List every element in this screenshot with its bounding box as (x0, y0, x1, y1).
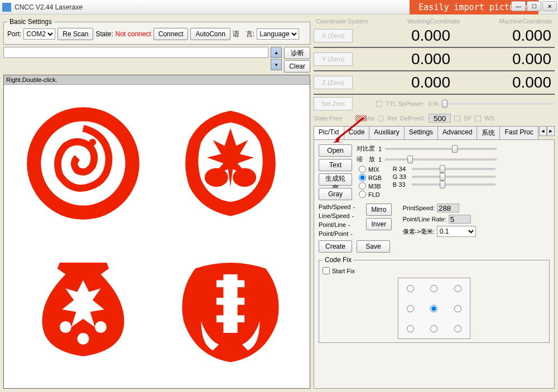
artwork-fish (172, 251, 289, 368)
z-zero-button[interactable]: Z (Zero) (314, 76, 353, 89)
app-icon (2, 3, 11, 12)
tab-code[interactable]: Code (344, 126, 370, 139)
invert-button[interactable]: Inver (366, 218, 391, 230)
rel-label: Rel (387, 115, 397, 122)
m3b-radio[interactable] (359, 182, 366, 190)
autoconn-button[interactable]: AutoConn (190, 28, 230, 40)
text-button[interactable]: Text (319, 159, 352, 171)
contrast-value: 1 (378, 146, 382, 152)
tab-auxiliary[interactable]: Auxiliary (369, 126, 404, 139)
start-fix-checkbox[interactable] (323, 267, 330, 274)
tab-scroll-right[interactable]: ► (547, 126, 555, 136)
ttl-checkbox[interactable] (376, 101, 382, 107)
basic-settings-legend: Basic Settings (7, 18, 54, 26)
ttl-label: TTL SpPower: (386, 100, 425, 107)
up-arrow-button[interactable]: ▲ (271, 47, 282, 58)
coord-sys-label: Coordinate System (316, 18, 368, 25)
tab-advanced[interactable]: Advanced (437, 126, 477, 139)
y-zero-button[interactable]: Y (Zero) (314, 52, 353, 66)
set-zero-button[interactable]: Set Zero (314, 97, 353, 110)
x-zero-button[interactable]: X (Zero) (314, 29, 353, 42)
language-select[interactable]: Language (257, 28, 299, 40)
tab-fast-proc[interactable]: Fast Proc (499, 126, 538, 139)
print-speed-input[interactable] (437, 204, 459, 212)
outline-button[interactable]: 生成轮廓 (319, 173, 352, 186)
code-fix-group: Code Fix Start Fix (319, 256, 550, 343)
rel-radio[interactable] (378, 115, 384, 122)
scale-label: 缩 放 (357, 155, 375, 163)
start-fix-label: Start Fix (332, 268, 355, 274)
svg-point-4 (233, 168, 256, 187)
window-title: CNCC V2.44 Laseraxe (15, 3, 83, 11)
svg-rect-10 (217, 298, 244, 305)
port-label: Port: (7, 30, 21, 38)
fix-pos-bc[interactable] (430, 325, 437, 332)
canvas-preview[interactable] (4, 85, 310, 388)
fix-pos-tr[interactable] (454, 285, 461, 292)
clear-button[interactable]: Clear (284, 60, 310, 72)
fix-pos-tc[interactable] (430, 285, 437, 292)
gray-button[interactable]: Gray (319, 188, 352, 200)
mirror-button[interactable]: Mirro (366, 204, 391, 216)
state-free-label: State:Free (314, 115, 342, 122)
fix-pos-mc[interactable] (430, 305, 437, 312)
r-slider[interactable] (412, 168, 496, 170)
contrast-slider[interactable] (385, 148, 497, 150)
pl-rate-input[interactable] (449, 215, 471, 224)
mix-radio[interactable] (359, 166, 366, 173)
pixel-mm-select[interactable]: 0.1 (437, 226, 476, 237)
svg-rect-11 (217, 316, 244, 323)
fix-position-grid (398, 278, 470, 339)
scale-slider[interactable] (385, 158, 497, 161)
fix-pos-tl[interactable] (407, 285, 414, 292)
abs-radio[interactable] (354, 115, 360, 122)
fix-pos-mr[interactable] (454, 305, 461, 312)
g-slider[interactable] (412, 176, 496, 178)
down-arrow-button[interactable]: ▼ (271, 59, 282, 70)
fix-pos-ml[interactable] (407, 305, 414, 312)
g-label: G 33 (393, 173, 410, 180)
tab-system[interactable]: 系统 (477, 126, 500, 139)
ttl-value: 0.% (428, 100, 439, 107)
command-input[interactable] (3, 47, 268, 58)
ttl-slider[interactable] (442, 103, 555, 105)
close-button[interactable]: ✕ (542, 1, 557, 11)
maximize-button[interactable]: ☐ (527, 1, 541, 11)
language-label: 语 言: (233, 30, 254, 39)
fix-pos-br[interactable] (454, 325, 461, 332)
tab-settings[interactable]: Settings (404, 126, 438, 139)
svg-rect-9 (217, 280, 244, 288)
fld-radio[interactable] (359, 191, 366, 198)
deffeed-input[interactable] (429, 114, 451, 123)
svg-point-6 (95, 321, 107, 333)
y-machine-value: 0.000 (454, 50, 555, 68)
tab-scroll-left[interactable]: ◄ (539, 126, 547, 136)
fix-pos-bl[interactable] (407, 325, 414, 332)
svg-point-2 (89, 139, 97, 146)
sf-label: SF (464, 115, 472, 122)
rescan-button[interactable]: Re Scan (57, 28, 93, 40)
connect-button[interactable]: Connect (153, 28, 189, 40)
create-button[interactable]: Create (319, 240, 352, 253)
svg-point-5 (60, 321, 71, 333)
z-working-value: 0.000 (353, 74, 454, 91)
pl-rate-label: Point/Line Rate: (403, 216, 446, 222)
diagnose-button[interactable]: 诊断 (284, 47, 310, 59)
save-button[interactable]: Save (357, 240, 390, 253)
open-button[interactable]: Open (319, 144, 352, 157)
rgb-radio[interactable] (359, 174, 366, 181)
tabs: Pic/Txt Code Auxiliary Settings Advanced… (314, 126, 555, 140)
tab-content-pic: Open Text 生成轮廓 Gray 对比度 1 缩 放 1 (314, 140, 555, 389)
sf-checkbox[interactable] (454, 115, 460, 122)
b-slider[interactable] (412, 183, 496, 186)
x-machine-value: 0.000 (454, 27, 555, 45)
pixel-mm-label: 像素->毫米: (403, 228, 435, 236)
minimize-button[interactable]: — (511, 1, 526, 11)
artwork-lotus (172, 105, 289, 222)
port-select[interactable]: COM2 (23, 28, 55, 40)
line-speed-label: Line/Speed (319, 212, 350, 219)
abs-label: Abs (364, 115, 374, 122)
contrast-label: 对比度 (357, 144, 375, 153)
tab-pic-txt[interactable]: Pic/Txt (314, 126, 344, 139)
ws-checkbox[interactable] (475, 115, 481, 122)
